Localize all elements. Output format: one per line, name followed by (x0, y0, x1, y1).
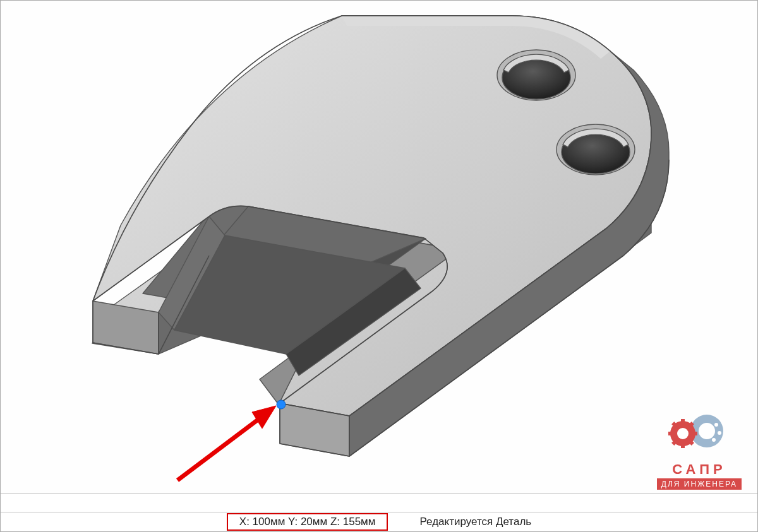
svg-rect-15 (681, 419, 685, 425)
logo-title: САПР (649, 461, 750, 478)
viewport-3d[interactable] (1, 1, 757, 494)
watermark-logo: САПР ДЛЯ ИНЖЕНЕРА (649, 406, 750, 490)
selected-vertex[interactable] (277, 400, 286, 409)
svg-rect-16 (681, 442, 685, 448)
annotation-arrow (177, 406, 276, 480)
logo-subtitle: ДЛЯ ИНЖЕНЕРА (657, 478, 742, 490)
svg-point-9 (699, 423, 715, 439)
status-bar-upper (1, 493, 757, 512)
svg-point-10 (714, 423, 718, 427)
status-bar: X: 100мм Y: 20мм Z: 155мм Редактируется … (1, 512, 757, 531)
svg-point-11 (718, 431, 721, 435)
svg-point-12 (712, 438, 716, 442)
edit-mode-label: Редактируется Деталь (419, 516, 531, 528)
app-frame: САПР ДЛЯ ИНЖЕНЕРА X: 100мм Y: 20мм Z: 15… (0, 0, 758, 532)
svg-rect-17 (668, 432, 675, 435)
cad-part[interactable] (92, 16, 669, 456)
svg-line-6 (177, 415, 265, 480)
coordinates-readout: X: 100мм Y: 20мм Z: 155мм (227, 513, 388, 531)
svg-rect-18 (691, 432, 697, 435)
svg-marker-7 (252, 406, 276, 429)
svg-point-14 (677, 428, 689, 439)
